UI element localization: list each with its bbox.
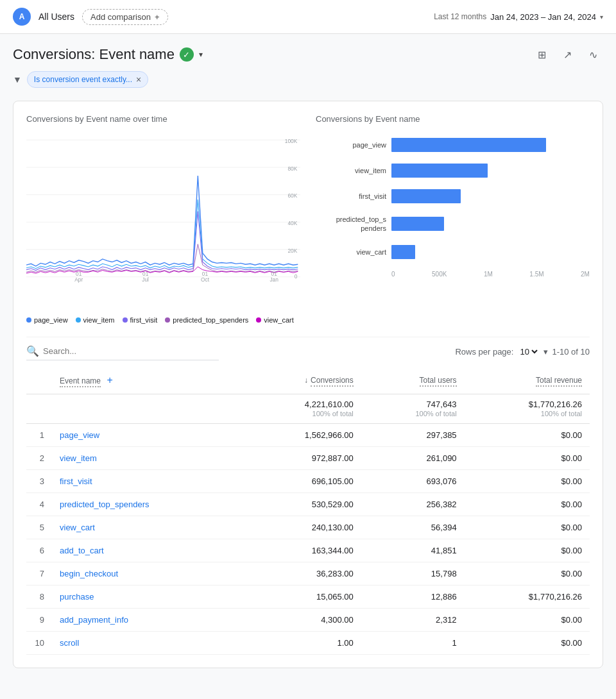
add-comparison-button[interactable]: Add comparison +	[82, 9, 168, 25]
bar-track-first-visit	[391, 189, 590, 203]
row-num: 4	[26, 493, 52, 516]
event-name-link[interactable]: begin_checkout	[60, 569, 118, 578]
table-row: 1 page_view 1,562,966.00 297,385 $0.00	[26, 424, 590, 447]
line-chart-svg: 100K 80K 60K 40K 20K 0	[26, 131, 300, 285]
legend-dot-predicted	[165, 317, 170, 323]
all-users-label: All Users	[38, 12, 74, 22]
cell-total-revenue: $0.00	[465, 609, 590, 632]
event-name-link[interactable]: view_cart	[60, 523, 95, 532]
cell-event-name: scroll	[52, 632, 243, 655]
cell-total-users: 693,076	[361, 470, 465, 493]
bar-track-predicted	[391, 217, 590, 231]
rows-per-page-select[interactable]: 10 25 50	[517, 346, 540, 357]
th-event-name: Event name +	[52, 368, 243, 394]
bar-chart-section: Conversions by Event name page_view view…	[316, 114, 590, 324]
table-row: 6 add_to_cart 163,344.00 41,851 $0.00	[26, 539, 590, 562]
bar-track-page-view	[391, 138, 590, 152]
table-row: 9 add_payment_info 4,300.00 2,312 $0.00	[26, 609, 590, 632]
share-icon-button[interactable]: ↗	[557, 44, 578, 65]
event-name-link[interactable]: page_view	[60, 430, 99, 440]
legend-dot-view-cart	[256, 317, 261, 323]
filter-remove-button[interactable]: ×	[136, 74, 141, 85]
bar-fill-first-visit	[391, 189, 461, 203]
bar-fill-page-view	[391, 138, 546, 152]
legend-dot-page-view	[26, 317, 31, 323]
add-column-button[interactable]: +	[107, 375, 112, 386]
bar-chart-container: page_view view_item first_vi	[316, 131, 590, 284]
sort-down-icon: ↓	[304, 376, 308, 385]
totals-row: 4,221,610.00 100% of total 747,643 100% …	[26, 394, 590, 424]
cell-event-name: page_view	[52, 424, 243, 447]
filter-chip[interactable]: Is conversion event exactly... ×	[27, 71, 148, 88]
cell-event-name: begin_checkout	[52, 562, 243, 585]
row-num: 6	[26, 539, 52, 562]
chevron-down-icon: ▾	[543, 347, 548, 357]
cell-total-revenue: $0.00	[465, 424, 590, 447]
filter-chip-text: Is conversion event exactly...	[34, 75, 132, 84]
row-num: 2	[26, 447, 52, 470]
charts-row: Conversions by Event name over time 100K…	[26, 114, 590, 324]
cell-conversions: 4,300.00	[243, 609, 361, 632]
event-name-link[interactable]: view_item	[60, 453, 97, 463]
cell-total-revenue: $0.00	[465, 516, 590, 539]
cell-event-name: view_item	[52, 447, 243, 470]
cell-total-revenue: $0.00	[465, 562, 590, 585]
table-row: 3 first_visit 696,105.00 693,076 $0.00	[26, 470, 590, 493]
bar-label-view-cart: view_cart	[316, 248, 386, 256]
line-chart-container: 100K 80K 60K 40K 20K 0	[26, 131, 300, 311]
table-icon-button[interactable]: ⊞	[531, 44, 552, 65]
svg-text:60K: 60K	[287, 192, 297, 199]
bar-x-labels: 0 500K 1M 1.5M 2M	[391, 271, 590, 278]
total-revenue: $1,770,216.26	[472, 400, 582, 409]
row-num: 7	[26, 562, 52, 585]
event-name-link[interactable]: purchase	[60, 592, 94, 602]
table-row: 10 scroll 1.00 1 $0.00	[26, 632, 590, 655]
pagination-info: 1-10 of 10	[552, 347, 590, 357]
bar-track-view-item	[391, 164, 590, 178]
cell-total-users: 261,090	[361, 447, 465, 470]
date-range-selector[interactable]: Last 12 months Jan 24, 2023 – Jan 24, 20…	[434, 12, 603, 22]
line-chart-title: Conversions by Event name over time	[26, 114, 300, 124]
bar-chart-title: Conversions by Event name	[316, 114, 590, 124]
insights-icon-button[interactable]: ∿	[583, 44, 603, 65]
rows-per-page: Rows per page: 10 25 50 ▾ 1-10 of 10	[455, 346, 590, 357]
cell-total-users: 297,385	[361, 424, 465, 447]
cell-total-users: 41,851	[361, 539, 465, 562]
event-name-link[interactable]: add_payment_info	[60, 615, 128, 625]
total-users: 747,643	[369, 400, 457, 409]
date-range-dates: Jan 24, 2023 – Jan 24, 2024	[490, 12, 596, 22]
date-range-label: Last 12 months	[434, 12, 486, 21]
th-conversions: ↓Conversions	[243, 368, 361, 394]
bar-label-first-visit: first_visit	[316, 192, 386, 200]
bar-fill-view-cart	[391, 245, 415, 259]
table-header-row: Event name + ↓Conversions Total users To…	[26, 368, 590, 394]
cell-total-revenue: $0.00	[465, 447, 590, 470]
row-num: 1	[26, 424, 52, 447]
row-num: 9	[26, 609, 52, 632]
table-row: 4 predicted_top_spenders 530,529.00 256,…	[26, 493, 590, 516]
avatar: A	[13, 8, 31, 26]
cell-conversions: 1.00	[243, 632, 361, 655]
filter-row: ▼ Is conversion event exactly... ×	[13, 71, 603, 88]
svg-text:80K: 80K	[287, 165, 297, 172]
cell-total-revenue: $0.00	[465, 539, 590, 562]
legend-view-item: view_item	[76, 316, 115, 324]
total-users-pct: 100% of total	[415, 410, 456, 417]
main-card: Conversions by Event name over time 100K…	[13, 101, 603, 668]
svg-text:Jul: Jul	[142, 276, 149, 283]
event-name-link[interactable]: add_to_cart	[60, 546, 104, 555]
search-input[interactable]	[43, 346, 171, 356]
cell-total-users: 12,886	[361, 585, 465, 609]
title-dropdown-button[interactable]: ▾	[199, 50, 203, 59]
cell-total-users: 15,798	[361, 562, 465, 585]
event-name-link[interactable]: predicted_top_spenders	[60, 500, 150, 509]
cell-event-name: purchase	[52, 585, 243, 609]
cell-total-users: 2,312	[361, 609, 465, 632]
cell-event-name: view_cart	[52, 516, 243, 539]
legend-dot-first-visit	[123, 317, 128, 323]
event-name-link[interactable]: scroll	[60, 638, 79, 648]
svg-text:0: 0	[295, 273, 298, 280]
legend-page-view: page_view	[26, 316, 68, 324]
event-name-link[interactable]: first_visit	[60, 476, 92, 486]
bar-label-page-view: page_view	[316, 141, 386, 149]
